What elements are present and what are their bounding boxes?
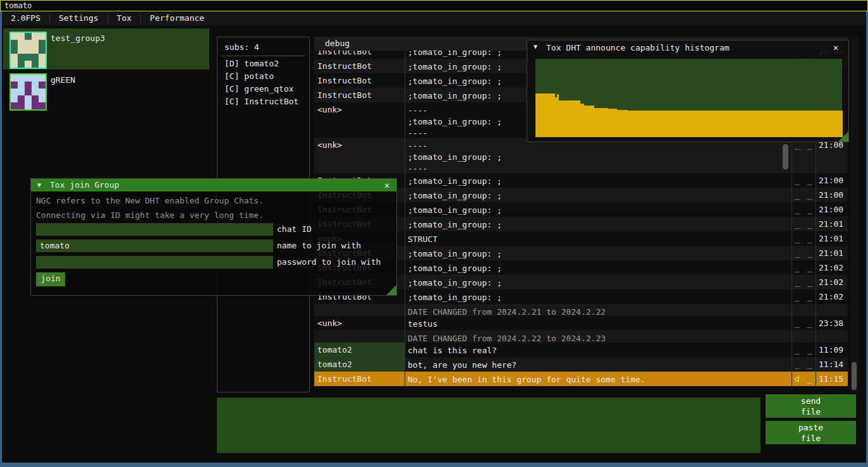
close-icon[interactable]: ✕	[380, 179, 394, 191]
avatar-pixel	[25, 95, 32, 102]
message-text: ;tomato_in_group: ;	[408, 248, 787, 260]
message-timestamp: 21:00	[819, 176, 843, 185]
group-row-gREEN[interactable]: gREEN	[3, 70, 209, 111]
subs-member-item[interactable]: [C] InstructBot	[224, 97, 298, 109]
avatar-pixel	[11, 102, 18, 109]
message-timestamp: 21:02	[819, 292, 843, 301]
avatar-pixel	[39, 102, 46, 109]
message-status-flags: _ _	[795, 292, 813, 301]
chat-row: tomato2chat is this real?_ _11:09	[314, 343, 848, 357]
avatar-pixel	[39, 82, 46, 88]
message-status-flags: _ _	[795, 263, 813, 272]
avatar-pixel	[25, 61, 32, 68]
subs-member-item[interactable]: [D] tomato2	[224, 59, 279, 71]
message-input[interactable]	[217, 397, 761, 453]
window-titlebar[interactable]: tomato	[0, 0, 868, 11]
message-text: No, I've been in this group for quite so…	[408, 374, 787, 385]
join-dialog-description-1: NGC refers to the New DHT enabled Group …	[36, 196, 264, 205]
join-field-input[interactable]: tomato	[36, 240, 273, 252]
avatar-pixel	[11, 54, 18, 61]
avatar-pixel	[11, 88, 18, 95]
histogram-window[interactable]: ▼ Tox DHT announce capability histogram …	[527, 40, 849, 142]
join-group-dialog[interactable]: ▼ Tox join Group ✕ NGC refers to the New…	[30, 178, 397, 296]
chat-scrollbar-track[interactable]	[850, 37, 859, 392]
avatar-pixel	[18, 102, 25, 109]
menu-item-2.0fps: 2.0FPS	[2, 11, 49, 25]
avatar-pixel	[39, 88, 46, 95]
group-row-test_group3[interactable]: test_group3	[3, 28, 209, 70]
column-separator-name	[405, 51, 405, 387]
menu-item-settings[interactable]: Settings	[50, 11, 107, 25]
avatar-pixel	[18, 61, 25, 68]
date-changed-row: DATE CHANGED from 2024.2.22 to 2024.2.23	[314, 331, 848, 343]
window-border-bottom	[0, 463, 868, 467]
join-dialog-titlebar[interactable]: ▼ Tox join Group ✕	[31, 179, 396, 191]
send-file-button[interactable]: sendfile	[766, 394, 856, 418]
subs-separator	[222, 56, 305, 56]
join-field-input[interactable]	[36, 256, 273, 269]
chat-scrollbar-thumb[interactable]	[852, 362, 857, 390]
collapse-icon[interactable]: ▼	[37, 181, 41, 188]
avatar-pixel	[18, 95, 25, 102]
avatar-pixel	[39, 61, 46, 68]
tab-debug[interactable]: debug	[325, 39, 350, 48]
window-border-left	[0, 11, 2, 467]
histogram-bar-segment	[617, 110, 628, 137]
sender-name: InstructBot	[314, 73, 405, 88]
message-status-flags: _ _	[795, 205, 813, 214]
message-timestamp: 21:01	[819, 219, 843, 229]
message-timestamp: 21:00	[819, 190, 843, 200]
avatar-pixel	[25, 47, 32, 54]
message-status-flags: _ _	[795, 190, 813, 200]
sender-name: <unk>	[314, 138, 405, 173]
join-dialog-description-2: Connecting via ID might take a very long…	[36, 210, 264, 220]
join-field-label: password to join with	[277, 257, 381, 267]
resize-grip-icon[interactable]	[838, 131, 848, 142]
avatar-pixel	[11, 40, 18, 47]
avatar-pixel	[18, 82, 25, 88]
message-timestamp: 11:15	[819, 374, 843, 384]
message-text: ;tomato_in_group: ;	[408, 176, 787, 187]
paste-file-button[interactable]: pastefile	[766, 421, 856, 444]
histogram-bar-segment	[628, 111, 843, 137]
avatar-pixel	[39, 54, 46, 61]
avatar-pixel	[18, 54, 25, 61]
message-status-flags: _ _	[795, 219, 813, 229]
join-field-input[interactable]	[36, 223, 273, 236]
message-text: ;tomato_in_group: ;	[408, 219, 787, 231]
avatar-pixel	[25, 88, 32, 95]
resize-grip-icon[interactable]	[386, 285, 396, 295]
close-icon[interactable]: ✕	[829, 41, 843, 54]
group-avatar	[9, 73, 47, 111]
avatar-pixel	[32, 54, 39, 61]
subs-member-item[interactable]: [C] potato	[224, 71, 274, 84]
log-scrollbar-thumb[interactable]	[783, 144, 788, 169]
message-timestamp: 21:02	[819, 263, 843, 272]
avatar-pixel	[39, 75, 46, 82]
join-button[interactable]: join	[36, 272, 65, 286]
avatar-pixel	[32, 75, 39, 82]
subs-member-item[interactable]: [C] green_qtox	[224, 84, 294, 97]
avatar-pixel	[11, 95, 18, 102]
collapse-icon[interactable]: ▼	[534, 43, 537, 50]
message-timestamp: 23:38	[819, 318, 843, 328]
chat-row: InstructBotNo, I've been in this group f…	[314, 372, 848, 386]
group-name-label: gREEN	[51, 75, 75, 85]
avatar-pixel	[25, 75, 32, 82]
menu-item-tox[interactable]: Tox	[108, 11, 140, 25]
avatar-pixel	[32, 88, 39, 95]
histogram-bar-segment	[535, 94, 555, 137]
avatar-pixel	[11, 47, 18, 54]
message-text: bot, are you new here?	[408, 360, 787, 371]
sender-name: tomato2	[314, 343, 405, 357]
avatar-pixel	[32, 102, 39, 109]
message-timestamp: 11:09	[819, 345, 843, 355]
avatar-pixel	[39, 40, 46, 47]
message-text: ;tomato_in_group: ;	[408, 263, 787, 274]
message-status-flags: _ _	[795, 248, 813, 258]
menu-item-performance[interactable]: Performance	[141, 11, 213, 25]
sender-name: <unk>	[314, 102, 405, 138]
avatar-pixel	[18, 47, 25, 54]
histogram-bar-segment	[558, 100, 580, 137]
avatar-pixel	[18, 88, 25, 95]
